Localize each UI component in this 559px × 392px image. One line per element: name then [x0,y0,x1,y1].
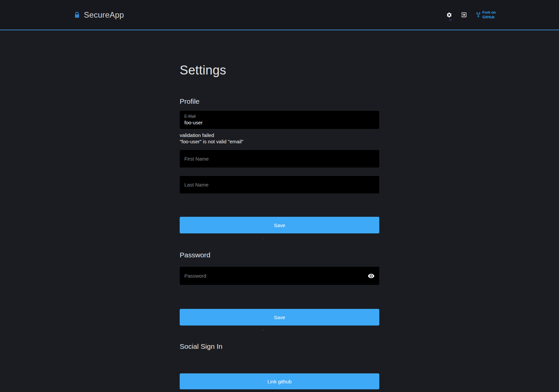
settings-page: Settings Profile E-Mail validation faile… [180,63,379,389]
password-save-button[interactable]: Save [180,309,379,326]
brand: SecureApp [74,10,124,20]
toggle-password-visibility-button[interactable] [366,271,376,281]
email-label: E-Mail [184,114,375,119]
link-github-button[interactable]: Link github [180,373,379,389]
validation-error-line1: validation failed [180,132,379,138]
email-field[interactable]: E-Mail [180,111,379,129]
page-title: Settings [180,63,379,77]
settings-gear-button[interactable] [446,12,452,18]
logout-icon [461,12,467,18]
last-name-input[interactable] [180,176,379,194]
logout-button[interactable] [461,12,467,18]
lock-icon [74,11,80,19]
app-title: SecureApp [84,10,124,20]
fork-link-label: Fork on GitHub [482,10,496,19]
git-fork-icon [476,12,481,18]
password-field [180,267,379,285]
email-input[interactable] [184,119,375,126]
header-actions: Fork on GitHub [446,10,496,19]
first-name-input[interactable] [180,150,379,168]
password-input[interactable] [180,267,379,285]
dot-artifact [263,238,263,239]
profile-save-button[interactable]: Save [180,217,379,233]
validation-error-line2: "foo-user" is not valid "email" [180,138,379,145]
password-section-heading: Password [180,251,379,259]
gear-icon [446,12,452,18]
fork-on-github-link[interactable]: Fork on GitHub [476,10,496,19]
social-section-heading: Social Sign In [180,342,379,350]
gear-underscore [449,20,452,20]
profile-section-heading: Profile [180,97,379,105]
validation-error: validation failed "foo-user" is not vali… [180,132,379,145]
eye-icon [368,272,375,279]
dot-artifact [263,330,263,330]
app-header: SecureApp [0,0,559,30]
